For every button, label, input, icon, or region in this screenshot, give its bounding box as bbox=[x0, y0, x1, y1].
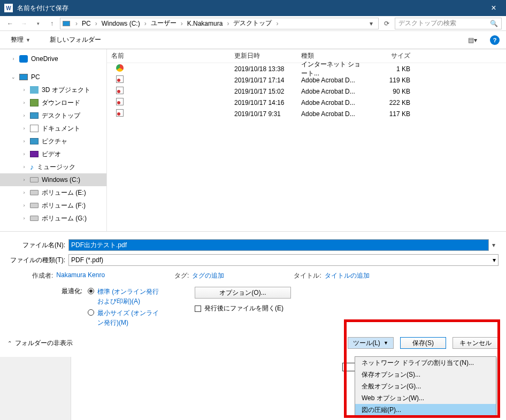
crumb-user[interactable]: K.Nakamura bbox=[186, 20, 224, 27]
file-type: Adobe Acrobat D... bbox=[297, 88, 366, 95]
nav-label: ピクチャ bbox=[42, 137, 67, 146]
file-size: 222 KB bbox=[366, 99, 415, 106]
tags-value[interactable]: タグの追加 bbox=[192, 271, 224, 280]
search-icon[interactable]: 🔍 bbox=[490, 20, 498, 27]
breadcrumb-dropdown-icon[interactable]: ▾ bbox=[366, 20, 376, 27]
file-date: 2019/10/17 17:14 bbox=[230, 77, 297, 84]
word-icon: W bbox=[4, 4, 13, 12]
hide-folders-button[interactable]: ⌃ フォルダーの非表示 bbox=[7, 339, 341, 348]
search-input[interactable]: デスクトップの検索 🔍 bbox=[395, 18, 502, 29]
filetype-label: ファイルの種類(T): bbox=[7, 256, 65, 265]
view-options-icon[interactable]: ▤▾ bbox=[466, 35, 479, 45]
col-type[interactable]: 種類 bbox=[297, 51, 366, 60]
nav-downloads[interactable]: ›ダウンロード bbox=[0, 96, 106, 109]
radio-label: 最小サイズ (オンライン発行)(M) bbox=[97, 308, 163, 327]
chevron-right-icon[interactable]: › bbox=[274, 20, 280, 27]
caret-down-icon: ▼ bbox=[384, 338, 388, 348]
file-size: 117 KB bbox=[366, 110, 415, 118]
filetype-value: PDF (*.pdf) bbox=[71, 256, 103, 264]
crumb-desktop[interactable]: デスクトップ bbox=[232, 19, 273, 28]
nav-label: ボリューム (E:) bbox=[42, 188, 86, 197]
nav-label: ボリューム (F:) bbox=[42, 201, 86, 210]
address-bar-row: ← → ▾ ↑ › PC › Windows (C:) › ユーザー › K.N… bbox=[0, 16, 506, 31]
pdf-icon bbox=[116, 109, 124, 117]
dd-save-options[interactable]: 保存オプション(S)... bbox=[355, 369, 496, 380]
author-value[interactable]: Nakamura Kenro bbox=[56, 271, 105, 280]
dd-compress-pictures[interactable]: 図の圧縮(P)... bbox=[355, 404, 496, 416]
navigation-pane: › OneDrive ⌄ PC ›3D オブジェクト ›ダウンロード ›デスクト… bbox=[0, 49, 107, 231]
chevron-right-icon[interactable]: › bbox=[142, 20, 149, 27]
radio-minimum[interactable]: 最小サイズ (オンライン発行)(M) bbox=[88, 308, 163, 327]
close-icon[interactable]: × bbox=[486, 3, 502, 13]
drive-icon bbox=[30, 216, 39, 221]
file-row[interactable]: 2019/10/18 13:38インターネット ショート...1 KB bbox=[107, 63, 506, 74]
radio-icon bbox=[88, 309, 94, 316]
file-row[interactable]: 2019/10/17 14:16Adobe Acrobat D...222 KB bbox=[107, 97, 506, 108]
shortcut-icon bbox=[116, 64, 124, 72]
tools-button[interactable]: ツール(L) ▼ bbox=[348, 337, 394, 349]
chevron-right-icon[interactable]: › bbox=[93, 20, 99, 27]
file-row[interactable]: 2019/10/17 15:02Adobe Acrobat D...90 KB bbox=[107, 86, 506, 97]
crumb-drive[interactable]: Windows (C:) bbox=[101, 20, 141, 27]
nav-pictures[interactable]: ›ピクチャ bbox=[0, 135, 106, 148]
nav-desktop[interactable]: ›デスクトップ bbox=[0, 109, 106, 122]
dd-general-options[interactable]: 全般オプション(G)... bbox=[355, 380, 496, 392]
options-button[interactable]: オプション(O)... bbox=[195, 287, 291, 299]
back-icon[interactable]: ← bbox=[4, 18, 16, 29]
breadcrumb[interactable]: › PC › Windows (C:) › ユーザー › K.Nakamura … bbox=[60, 18, 379, 29]
onedrive-icon bbox=[19, 55, 28, 63]
filename-dropdown-icon[interactable]: ▾ bbox=[492, 241, 499, 249]
up-icon[interactable]: ↑ bbox=[46, 18, 58, 29]
dd-map-network-drive[interactable]: ネットワーク ドライブの割り当て(N)... bbox=[355, 357, 496, 369]
file-date: 2019/10/18 13:38 bbox=[230, 65, 297, 73]
save-button[interactable]: 保存(S) bbox=[400, 337, 446, 349]
explorer-body: › OneDrive ⌄ PC ›3D オブジェクト ›ダウンロード ›デスクト… bbox=[0, 49, 506, 231]
forward-icon[interactable]: → bbox=[18, 18, 30, 29]
file-type: インターネット ショート... bbox=[297, 60, 366, 78]
nav-label: ビデオ bbox=[42, 150, 61, 159]
help-icon[interactable]: ? bbox=[490, 35, 500, 45]
file-date: 2019/10/17 15:02 bbox=[230, 88, 297, 95]
nav-windows-c[interactable]: ›Windows (C:) bbox=[0, 173, 106, 186]
pdf-icon bbox=[116, 98, 124, 105]
chevron-right-icon[interactable]: › bbox=[73, 20, 80, 27]
nav-videos[interactable]: ›ビデオ bbox=[0, 148, 106, 161]
new-folder-button[interactable]: 新しいフォルダー bbox=[45, 33, 105, 47]
col-name[interactable]: 名前 bbox=[107, 51, 230, 60]
chevron-right-icon[interactable]: › bbox=[179, 20, 185, 27]
author-label: 作成者: bbox=[32, 271, 53, 280]
nav-3d-objects[interactable]: ›3D オブジェクト bbox=[0, 83, 106, 96]
drive-icon bbox=[30, 190, 39, 195]
file-row[interactable]: 2019/10/17 9:31Adobe Acrobat D...117 KB bbox=[107, 108, 506, 119]
chevron-up-icon: ⌃ bbox=[7, 340, 12, 346]
nav-volume-g[interactable]: ›ボリューム (G:) bbox=[0, 212, 106, 225]
filetype-select[interactable]: PDF (*.pdf) ▾ bbox=[68, 254, 499, 266]
radio-standard[interactable]: 標準 (オンライン発行および印刷)(A) bbox=[88, 287, 163, 306]
filename-input[interactable] bbox=[68, 239, 489, 251]
open-after-checkbox[interactable]: 発行後にファイルを開く(E) bbox=[195, 304, 291, 313]
filename-label: ファイル名(N): bbox=[7, 241, 65, 250]
file-row[interactable]: 2019/10/17 17:14Adobe Acrobat D...119 KB bbox=[107, 74, 506, 86]
dd-web-options[interactable]: Web オプション(W)... bbox=[355, 392, 496, 404]
nav-onedrive[interactable]: › OneDrive bbox=[0, 52, 106, 65]
nav-volume-f[interactable]: ›ボリューム (F:) bbox=[0, 199, 106, 212]
cancel-button[interactable]: キャンセル bbox=[453, 337, 499, 349]
drive-icon bbox=[30, 177, 39, 182]
crumb-pc[interactable]: PC bbox=[81, 20, 92, 27]
organize-button[interactable]: 整理 ▼ bbox=[6, 33, 35, 47]
nav-volume-e[interactable]: ›ボリューム (E:) bbox=[0, 186, 106, 199]
pictures-icon bbox=[30, 138, 39, 144]
chevron-right-icon[interactable]: › bbox=[225, 20, 231, 27]
crumb-users[interactable]: ユーザー bbox=[150, 19, 178, 28]
nav-label: ドキュメント bbox=[42, 124, 80, 133]
window-title: 名前を付けて保存 bbox=[17, 4, 486, 13]
col-date[interactable]: 更新日時 bbox=[230, 51, 297, 60]
refresh-icon[interactable]: ⟳ bbox=[381, 18, 393, 29]
nav-pc[interactable]: ⌄ PC bbox=[0, 71, 106, 83]
col-size[interactable]: サイズ bbox=[366, 51, 415, 60]
title-value[interactable]: タイトルの追加 bbox=[325, 271, 370, 280]
nav-music[interactable]: ›♪ミュージック bbox=[0, 161, 106, 173]
recent-dropdown-icon[interactable]: ▾ bbox=[32, 18, 44, 29]
nav-documents[interactable]: ›ドキュメント bbox=[0, 122, 106, 135]
nav-label: PC bbox=[31, 73, 40, 81]
